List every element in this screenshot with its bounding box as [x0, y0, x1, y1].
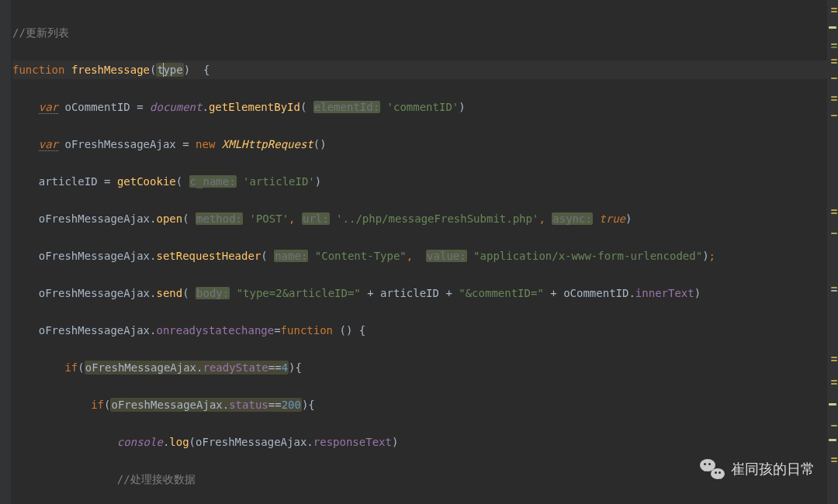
code-line: oFreshMessageAjax.open( method: 'POST', …: [12, 209, 838, 228]
code-line: //更新列表: [12, 23, 838, 42]
minimap-scrollbar[interactable]: [827, 0, 838, 504]
code-line: var oFreshMessageAjax = new XMLHttpReque…: [12, 135, 838, 154]
code-line: if(oFreshMessageAjax.readyState==4){: [12, 358, 838, 377]
code-line: oFreshMessageAjax.setRequestHeader( name…: [12, 247, 838, 265]
code-line: oFreshMessageAjax.send( body: "type=2&ar…: [12, 284, 838, 302]
code-line: console.log(oFreshMessageAjax.responseTe…: [12, 433, 838, 451]
code-line: if(oFreshMessageAjax.status==200){: [12, 395, 838, 414]
code-area[interactable]: //更新列表 function freshMessage(type) { var…: [11, 0, 838, 504]
code-editor[interactable]: //更新列表 function freshMessage(type) { var…: [0, 0, 838, 504]
code-line: oFreshMessageAjax.onreadystatechange=fun…: [12, 321, 838, 340]
code-line: function freshMessage(type) {: [12, 60, 838, 79]
code-line: articleID = getCookie( c_name: 'articleI…: [12, 172, 838, 191]
code-line: //处理接收数据: [12, 470, 838, 488]
gutter: [0, 0, 11, 504]
code-line: var oCommentID = document.getElementById…: [12, 98, 838, 116]
